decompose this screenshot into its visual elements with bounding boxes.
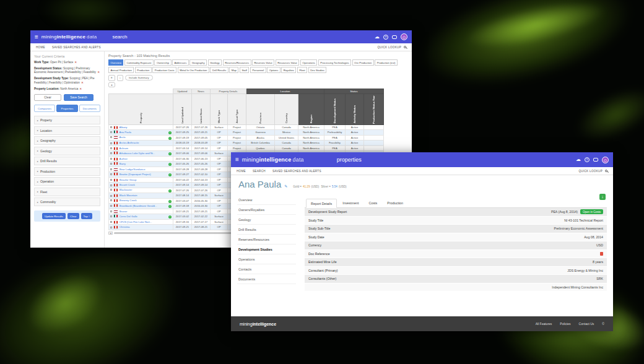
detail-tab[interactable]: Production [383,199,407,207]
user-avatar[interactable]: ☺ [401,33,407,40]
help-icon[interactable]: ? [585,157,590,162]
column-property[interactable]: Property [109,93,173,124]
pdf-icon[interactable] [600,252,603,256]
nav-link[interactable]: SEARCH [253,170,266,173]
filter-accordion-item[interactable]: ▸ Geology [34,147,100,155]
row-checkbox[interactable] [110,199,112,201]
results-tab[interactable]: Annual Production [108,67,134,73]
cloud-icon[interactable]: ☁ [375,35,380,40]
row-checkbox[interactable] [110,184,112,186]
property-link[interactable]: Beattie (Duparquet Project) [120,173,151,176]
info-icon[interactable]: i [168,131,172,134]
save-search-button[interactable]: Save Search [64,94,94,101]
row-checkbox[interactable] [110,131,112,133]
results-tab[interactable]: Dev Studies [308,67,327,73]
column-development-status[interactable]: Development Status [324,93,346,124]
row-checkbox[interactable] [110,147,112,149]
property-link[interactable]: Albany [120,126,128,129]
property-link[interactable]: Bear Lodge/Sundance [120,168,146,171]
entity-tab[interactable]: Documents [79,105,100,112]
results-tab[interactable]: Reserves Value [252,59,274,66]
filter-accordion-item[interactable]: ▸ Property [34,116,100,124]
quick-lookup-link[interactable]: QUICK LOOKUP [578,170,603,173]
remove-criterion-icon[interactable]: ✕ [79,87,82,91]
info-icon[interactable]: i [168,163,172,166]
section-menu-item[interactable]: Drill Results [237,225,296,235]
results-tab[interactable]: Personnel [250,67,266,73]
property-link[interactable]: Cerro Del Gallo [120,215,137,218]
chat-icon[interactable] [392,35,397,39]
info-icon[interactable]: i [168,137,172,140]
section-menu-item[interactable]: Documents [237,274,296,284]
row-checkbox[interactable] [110,173,112,175]
filter-accordion-item[interactable]: ▸ Drill Results [34,157,100,165]
row-checkbox[interactable] [110,189,112,191]
column-region[interactable]: Region [298,93,324,124]
property-link[interactable]: Authier [120,157,128,160]
info-icon[interactable]: i [168,215,172,219]
results-tab[interactable]: Options [267,67,280,73]
remove-criterion-icon[interactable]: ✕ [97,71,100,74]
nav-link[interactable]: SAVED SEARCHES AND ALERTS [52,46,101,49]
property-link[interactable]: Barry [120,162,126,165]
quick-lookup-link[interactable]: QUICK LOOKUP [377,46,401,49]
row-checkbox[interactable] [110,126,112,128]
results-tab[interactable]: Production [135,67,152,73]
results-tab[interactable]: Reserves/Resources [223,59,251,66]
info-icon[interactable]: i [168,173,172,176]
property-link[interactable]: Athabasca Lake Dyke and Ni... [120,152,155,155]
chat-icon[interactable] [593,158,598,162]
section-menu-item[interactable]: Development Studies [237,245,296,254]
row-checkbox[interactable] [110,215,112,217]
property-link[interactable]: Arctic [120,136,126,139]
menu-icon[interactable]: ≡ [35,34,38,40]
entity-tab[interactable]: Properties [56,105,77,112]
property-link[interactable]: Arctos Anthracite [120,141,139,144]
section-menu-item[interactable]: Reserves/Resources [237,235,296,245]
clear-button[interactable]: Clear [34,94,61,101]
property-link[interactable]: Brewery Creek [120,199,137,202]
property-link[interactable]: Ana Paula [120,131,131,134]
results-tab[interactable]: Overview [108,59,123,66]
footer-link[interactable]: © [602,322,604,326]
results-tab[interactable]: Production Costs [152,67,176,73]
nav-link[interactable]: HOME [36,46,45,49]
section-menu-item[interactable]: Contacts [237,264,296,274]
download-icon[interactable]: ↓ [117,75,123,81]
row-checkbox[interactable] [110,227,112,228]
nav-link[interactable]: SAVED SEARCHES AND ALERTS [272,170,321,173]
info-icon[interactable]: i [168,200,172,203]
columns-icon[interactable]: ≡ [108,75,115,81]
search-icon[interactable] [605,170,607,172]
results-tab[interactable]: Production (est) [375,59,398,66]
detail-tab[interactable]: Costs [365,199,382,207]
cloud-icon[interactable]: ☁ [576,157,581,162]
row-checkbox[interactable] [110,205,112,207]
column-latest-news[interactable]: Latest News [192,93,211,124]
row-checkbox[interactable] [110,152,112,154]
open-in-costs-button[interactable]: Open in Costs [580,209,603,214]
row-checkbox[interactable] [110,142,112,144]
column-last-updated[interactable]: Last Updated [173,93,192,124]
results-tab[interactable]: Staff [240,67,250,73]
property-link[interactable]: Brookbank (Beardmore Gerald... [120,204,157,207]
section-menu-item[interactable]: Operations [237,254,296,264]
scroll-top-button[interactable]: Top ↑ [81,213,93,219]
results-tab[interactable]: Geography [189,59,207,66]
menu-icon[interactable]: ≡ [235,157,239,163]
detail-tab[interactable]: Investment [338,199,363,207]
results-tab[interactable]: Processing Technologies [318,59,351,66]
column-production-status-year[interactable]: Production Status Year [364,93,384,124]
nav-link[interactable]: HOME [237,170,246,173]
detail-tab[interactable]: Report Details [306,199,337,208]
user-avatar[interactable]: ☺ [602,157,609,163]
remove-criterion-icon[interactable]: ✕ [81,81,84,85]
results-tab[interactable]: Addresses [172,59,189,66]
results-tab[interactable]: Commodity Exposure [124,59,154,66]
add-icon[interactable]: + [108,82,115,87]
filter-accordion-item[interactable]: ▸ Commodity [34,197,100,206]
clear-filters-button[interactable]: Clear [67,213,79,219]
property-link[interactable]: Bissett Creek [120,183,135,186]
results-tab[interactable]: Drill Results [210,67,228,73]
column-asset-type[interactable]: Asset Type [228,93,246,124]
